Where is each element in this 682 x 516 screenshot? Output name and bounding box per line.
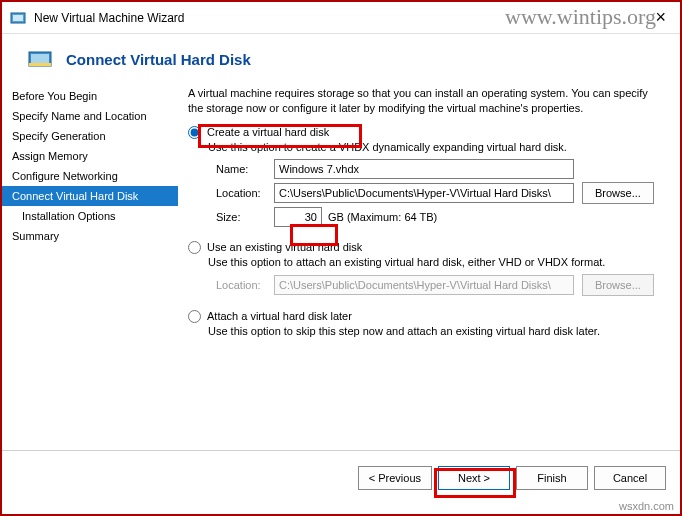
- finish-button[interactable]: Finish: [516, 466, 588, 490]
- location-input[interactable]: [274, 183, 574, 203]
- sidebar-item-summary[interactable]: Summary: [2, 226, 178, 246]
- window-title: New Virtual Machine Wizard: [34, 11, 649, 25]
- page-description: A virtual machine requires storage so th…: [188, 86, 666, 116]
- option-create-vhd-label: Create a virtual hard disk: [207, 126, 329, 138]
- size-unit-text: GB (Maximum: 64 TB): [328, 211, 437, 223]
- sidebar-item-before-you-begin[interactable]: Before You Begin: [2, 86, 178, 106]
- wizard-content: A virtual machine requires storage so th…: [178, 84, 680, 450]
- browse-button[interactable]: Browse...: [582, 182, 654, 204]
- next-button[interactable]: Next >: [438, 466, 510, 490]
- svg-rect-3: [31, 54, 49, 64]
- sidebar-item-connect-vhd[interactable]: Connect Virtual Hard Disk: [2, 186, 178, 206]
- option-attach-later-desc: Use this option to skip this step now an…: [208, 325, 666, 337]
- option-use-existing-desc: Use this option to attach an existing vi…: [208, 256, 666, 268]
- existing-location-label: Location:: [216, 279, 274, 291]
- sidebar-item-installation-options[interactable]: Installation Options: [2, 206, 178, 226]
- option-use-existing-row: Use an existing virtual hard disk: [188, 241, 666, 254]
- existing-location-input: [274, 275, 574, 295]
- option-attach-later-radio[interactable]: [188, 310, 201, 323]
- option-create-vhd-radio[interactable]: [188, 126, 201, 139]
- previous-button[interactable]: < Previous: [358, 466, 432, 490]
- svg-rect-1: [13, 15, 23, 21]
- sidebar-item-configure-networking[interactable]: Configure Networking: [2, 166, 178, 186]
- size-input[interactable]: [274, 207, 322, 227]
- svg-rect-4: [29, 63, 51, 66]
- wizard-footer: < Previous Next > Finish Cancel: [2, 450, 680, 504]
- wizard-steps-sidebar: Before You Begin Specify Name and Locati…: [2, 84, 178, 450]
- cancel-button[interactable]: Cancel: [594, 466, 666, 490]
- option-create-vhd-desc: Use this option to create a VHDX dynamic…: [208, 141, 666, 153]
- option-use-existing-label: Use an existing virtual hard disk: [207, 241, 362, 253]
- location-label: Location:: [216, 187, 274, 199]
- option-attach-later-row: Attach a virtual hard disk later: [188, 310, 666, 323]
- name-label: Name:: [216, 163, 274, 175]
- sidebar-item-assign-memory[interactable]: Assign Memory: [2, 146, 178, 166]
- option-attach-later-label: Attach a virtual hard disk later: [207, 310, 352, 322]
- page-title: Connect Virtual Hard Disk: [66, 51, 251, 68]
- close-icon[interactable]: ×: [649, 7, 672, 28]
- sidebar-item-specify-generation[interactable]: Specify Generation: [2, 126, 178, 146]
- existing-browse-button: Browse...: [582, 274, 654, 296]
- option-use-existing-radio[interactable]: [188, 241, 201, 254]
- wizard-header: Connect Virtual Hard Disk: [2, 34, 680, 84]
- option-create-vhd-row: Create a virtual hard disk: [188, 126, 666, 139]
- wizard-app-icon: [10, 10, 26, 26]
- hard-disk-header-icon: [28, 48, 52, 70]
- sidebar-item-specify-name[interactable]: Specify Name and Location: [2, 106, 178, 126]
- name-input[interactable]: [274, 159, 574, 179]
- titlebar: New Virtual Machine Wizard ×: [2, 2, 680, 34]
- size-label: Size:: [216, 211, 274, 223]
